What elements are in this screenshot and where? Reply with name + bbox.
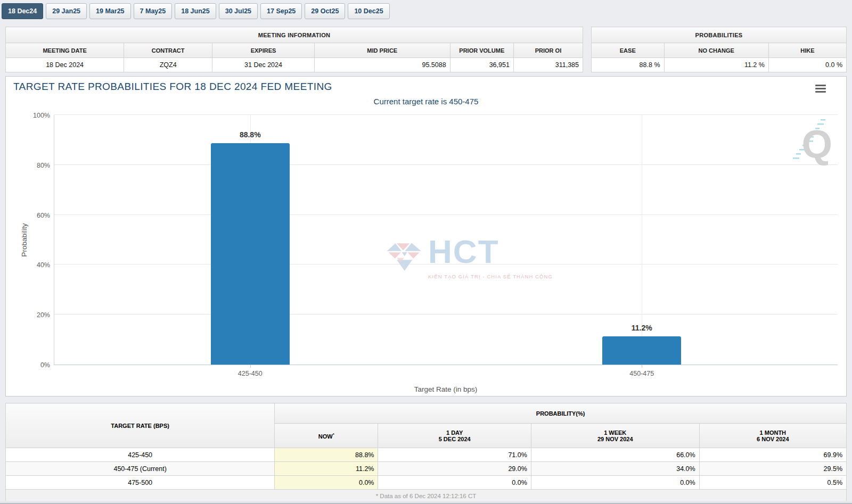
month-cell: 29.5% [699,462,846,476]
col-prior-volume: PRIOR VOLUME [450,43,513,58]
target-rate-bps-header: TARGET RATE (BPS) [6,403,275,448]
y-axis-tick-label: 0% [13,361,50,369]
col-contract: CONTRACT [124,43,212,58]
chart-title: TARGET RATE PROBABILITIES FOR 18 DEC 202… [13,81,332,93]
plot-area: 0%20%40%60%80%100%88.8%425-45011.2%450-4… [54,115,838,365]
y-axis-tick-label: 60% [13,212,50,219]
ease-value: 88.8 % [592,58,665,72]
col-1-month: 1 MONTH6 NOV 2024 [699,424,846,448]
col-expires: EXPIRES [212,43,315,58]
chart-menu-hamburger-icon[interactable] [815,83,826,94]
chart-subtitle: Current target rate is 450-475 [6,97,846,106]
month-cell: 0.5% [699,476,846,490]
table-row-425-450: 425-450 88.8% 71.0% 66.0% 69.9% [6,448,847,462]
x-axis-title: Target Rate (in bps) [54,385,838,393]
prior-oi-value: 311,385 [513,58,583,72]
tab-29-oct25[interactable]: 29 Oct25 [305,3,345,19]
tab-29-jan25[interactable]: 29 Jan25 [46,3,87,19]
x-axis-tick [642,365,642,368]
mid-price-value: 95.5088 [314,58,450,72]
rate-cell: 475-500 [6,476,275,490]
meeting-date-value: 18 Dec 2024 [6,58,124,72]
col-mid-price: MID PRICE [314,43,450,58]
top-tables-row: MEETING INFORMATION MEETING DATE CONTRAC… [5,27,847,72]
data-asof-footnote-row: * Data as of 6 Dec 2024 12:12:16 CT [6,490,847,502]
y-axis-tick-label: 40% [13,261,50,269]
probability-history-section: TARGET RATE (BPS) PROBABILITY(%) NOW* 1 … [5,403,847,502]
day-cell: 0.0% [378,476,531,490]
col-now: NOW* [275,424,378,448]
table-row-450-475-current: 450-475 (Current) 11.2% 29.0% 34.0% 29.5… [6,462,847,476]
month-cell: 69.9% [699,448,846,462]
day-cell: 29.0% [378,462,531,476]
now-cell: 0.0% [275,476,378,490]
contract-value: ZQZ4 [124,58,212,72]
prior-volume-value: 36,951 [450,58,513,72]
y-gridline [54,114,838,115]
tab-7-may25[interactable]: 7 May25 [134,3,173,19]
col-prior-oi: PRIOR OI [513,43,583,58]
bar-425-450[interactable] [211,143,290,365]
bar-450-475[interactable] [602,336,681,365]
tab-18-jun25[interactable]: 18 Jun25 [175,3,216,19]
target-rate-chart-panel: TARGET RATE PROBABILITIES FOR 18 DEC 202… [5,76,847,396]
probability-history-table: TARGET RATE (BPS) PROBABILITY(%) NOW* 1 … [5,403,847,502]
bar-value-label: 88.8% [240,130,261,139]
y-gridline [54,314,838,315]
meeting-info-title: MEETING INFORMATION [6,27,583,43]
expires-value: 31 Dec 2024 [212,58,315,72]
week-cell: 34.0% [531,462,699,476]
y-gridline [54,164,838,165]
y-axis-tick-label: 20% [13,311,50,319]
x-axis-tick [250,365,251,368]
probabilities-title: PROBABILITIES [592,27,847,43]
meeting-tab-bar: 18 Dec2429 Jan2519 Mar257 May2518 Jun253… [0,0,852,21]
bar-value-label: 11.2% [632,324,652,332]
bottom-divider [0,501,852,504]
meeting-information-table: MEETING INFORMATION MEETING DATE CONTRAC… [5,27,583,72]
col-ease: EASE [592,43,665,58]
tab-18-dec24[interactable]: 18 Dec24 [2,3,43,19]
now-cell: 88.8% [275,448,378,462]
y-axis-tick-label: 80% [13,162,50,169]
rate-cell: 450-475 (Current) [6,462,275,476]
day-cell: 71.0% [378,448,531,462]
table-row-475-500: 475-500 0.0% 0.0% 0.0% 0.5% [6,476,847,490]
col-meeting-date: MEETING DATE [6,43,124,58]
probabilities-summary-table: PROBABILITIES EASE NO CHANGE HIKE 88.8 %… [591,27,847,72]
probability-group-header: PROBABILITY(%) [275,403,847,424]
tab-30-jul25[interactable]: 30 Jul25 [219,3,258,19]
tab-19-mar25[interactable]: 19 Mar25 [89,3,131,19]
y-axis-tick-label: 100% [13,112,50,119]
y-axis-title: Probability [20,223,28,257]
y-gridline [54,214,838,215]
tab-10-dec25[interactable]: 10 Dec25 [348,3,389,19]
week-cell: 0.0% [531,476,699,490]
col-hike: HIKE [768,43,846,58]
data-asof-footnote: * Data as of 6 Dec 2024 12:12:16 CT [6,490,847,502]
now-cell: 11.2% [275,462,378,476]
y-gridline [54,264,838,265]
x-axis-category-label: 425-450 [238,370,263,377]
hike-value: 0.0 % [768,58,846,72]
tab-17-sep25[interactable]: 17 Sep25 [260,3,302,19]
week-cell: 66.0% [531,448,699,462]
col-1-day: 1 DAY5 DEC 2024 [378,424,531,448]
rate-cell: 425-450 [6,448,275,462]
col-no-change: NO CHANGE [664,43,768,58]
x-axis-category-label: 450-475 [629,370,654,377]
no-change-value: 11.2 % [664,58,768,72]
col-1-week: 1 WEEK29 NOV 2024 [531,424,699,448]
